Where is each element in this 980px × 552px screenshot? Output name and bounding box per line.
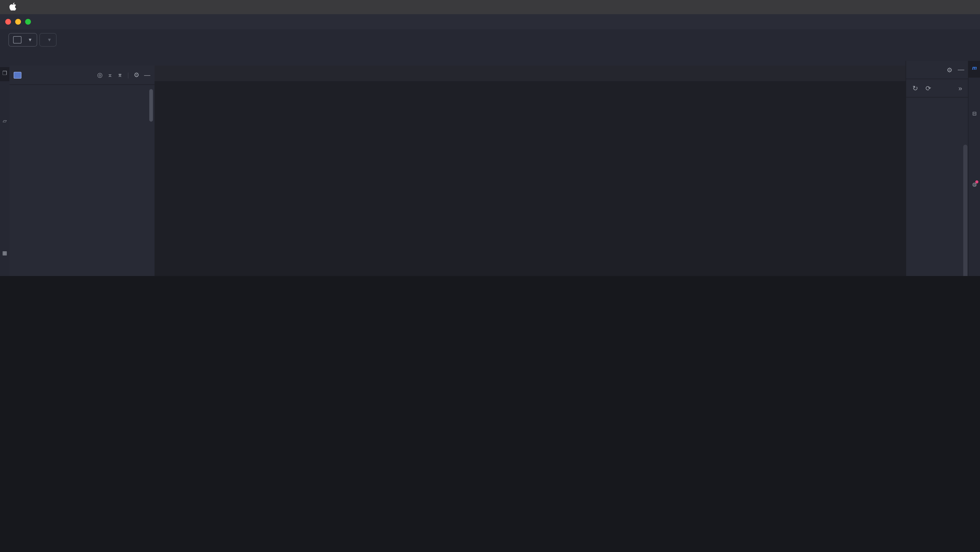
zoom-window-button[interactable] <box>25 19 31 25</box>
maven-scrollbar[interactable] <box>963 145 967 276</box>
grid-icon[interactable]: ▦ <box>0 250 10 256</box>
tool-tab-project[interactable]: ❒ <box>0 67 10 81</box>
code-editor[interactable] <box>154 82 905 91</box>
project-icon: ❒ <box>2 70 7 76</box>
close-window-button[interactable] <box>5 19 11 25</box>
chevron-down-icon: ▼ <box>28 37 32 42</box>
project-panel-title <box>14 72 25 78</box>
window-title-bar <box>0 14 980 29</box>
main-toolbar: ▼ ▼ <box>0 29 980 50</box>
project-panel-header: ◎ ⌅ ⌆ | ⚙ — <box>10 65 154 85</box>
tool-tab-notifications[interactable]: ◍ <box>969 181 980 190</box>
folder-icon[interactable]: ▱ <box>0 118 10 124</box>
project-scrollbar[interactable] <box>149 89 153 121</box>
gear-icon[interactable]: ⚙ <box>947 66 953 73</box>
more-icon[interactable]: » <box>959 84 962 92</box>
run-config-icon <box>13 36 21 43</box>
project-view-icon <box>14 72 21 78</box>
database-icon: ⊟ <box>972 111 977 116</box>
radial-action-menu[interactable] <box>422 136 676 276</box>
maven-reload-icon[interactable]: ↻ <box>912 84 918 92</box>
device-select[interactable]: ▼ <box>39 33 57 46</box>
locate-file-icon[interactable]: ◎ <box>97 71 103 79</box>
maven-sync-folder-icon[interactable]: ⟳ <box>926 84 931 92</box>
project-panel: ◎ ⌅ ⌆ | ⚙ — <box>10 65 155 276</box>
minimize-window-button[interactable] <box>15 19 21 25</box>
collapse-all-icon[interactable]: ⌆ <box>117 71 123 79</box>
hide-panel-icon[interactable]: — <box>958 66 964 73</box>
maven-icon: m <box>972 65 977 71</box>
maven-panel: ⚙ — ↻ ⟳ » <box>905 61 969 276</box>
tool-tab-database[interactable]: ⊟ <box>969 111 980 119</box>
hide-panel-icon[interactable]: — <box>144 71 150 79</box>
screen: ▼ ▼ ❒ ▱ ▦ ⚑ ⊟ <box>0 0 980 276</box>
left-tool-strip: ❒ ▱ ▦ ⚑ ⊟ <box>0 65 10 276</box>
run-configuration-select[interactable]: ▼ <box>8 33 37 46</box>
gear-icon[interactable]: ⚙ <box>134 71 139 79</box>
expand-all-icon[interactable]: ⌅ <box>107 71 113 79</box>
project-tree <box>10 85 154 88</box>
menu-items <box>0 2 21 12</box>
notifications-bell-icon: ◍ <box>972 181 977 187</box>
tool-tab-maven[interactable]: m <box>969 61 980 78</box>
apple-menu-icon[interactable] <box>5 2 21 12</box>
chevron-down-icon: ▼ <box>47 37 52 42</box>
macos-menu-bar <box>0 0 980 14</box>
editor-tabs <box>154 65 905 82</box>
right-tool-strip: m ⊟ ◍ ▯ <box>968 61 980 276</box>
inspection-marker-strip[interactable] <box>896 81 905 276</box>
breadcrumb <box>0 50 980 66</box>
